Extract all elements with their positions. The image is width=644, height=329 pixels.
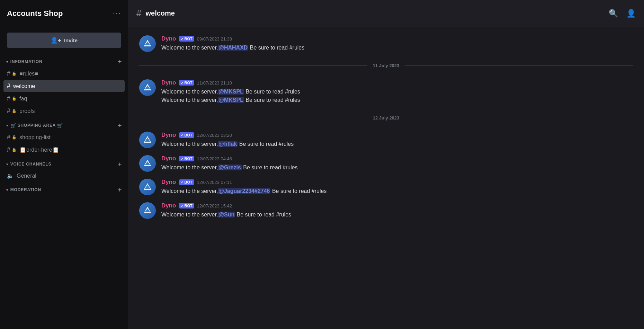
- hash-icon: #: [7, 146, 10, 153]
- channel-item-order-here[interactable]: # 🔒 📋order-here📋: [3, 144, 125, 156]
- check-icon: ✓: [181, 204, 184, 208]
- mention: @Jaguar2234#2746: [218, 188, 270, 194]
- add-channel-icon[interactable]: +: [118, 161, 122, 167]
- chevron-down-icon: ▾: [6, 162, 8, 166]
- check-icon: ✓: [181, 81, 184, 85]
- message-text: Welcome to the server,@Grezis Be sure to…: [161, 163, 633, 172]
- header-left: # welcome: [136, 8, 175, 19]
- current-channel-name: welcome: [145, 9, 175, 17]
- bot-badge: ✓ BOT: [179, 36, 194, 42]
- voice-section-label: VOICE CHANNELS: [10, 162, 52, 167]
- avatar: [139, 179, 156, 195]
- lock-icon: 🔒: [12, 109, 17, 113]
- divider-line: [405, 65, 633, 66]
- dyno-avatar-icon: [143, 135, 152, 145]
- channel-name-faq: faq: [19, 96, 27, 102]
- mention: @HAHAXD: [218, 45, 248, 51]
- dyno-avatar-icon: [143, 159, 152, 168]
- sidebar: Accounts Shop ··· 👤+ Invite ▾ INFORMATIO…: [0, 0, 128, 329]
- section-header-left: ▾ 🛒 SHOPPING AREA 🛒: [6, 123, 63, 128]
- add-channel-icon[interactable]: +: [118, 122, 122, 128]
- avatar: [139, 79, 156, 96]
- channel-item-rules[interactable]: # 🔒 ■rules■: [3, 68, 125, 80]
- divider-line: [139, 65, 367, 66]
- message-timestamp: 12/07/2023 15:42: [197, 203, 232, 208]
- divider-line: [405, 118, 633, 118]
- invite-label: Invite: [64, 37, 78, 43]
- moderation-section: ▾ MODERATION +: [0, 185, 128, 196]
- channel-item-faq[interactable]: # 🔒 faq: [3, 92, 125, 105]
- dyno-avatar-icon: [143, 206, 152, 215]
- channel-item-general-voice[interactable]: 🔈 General: [3, 170, 125, 181]
- shopping-emoji-2: 🛒: [57, 123, 63, 128]
- information-section-header[interactable]: ▾ INFORMATION +: [3, 56, 125, 67]
- avatar: [139, 35, 156, 52]
- message-timestamp: 12/07/2023 07:11: [197, 180, 232, 185]
- moderation-section-label: MODERATION: [10, 187, 41, 192]
- message-username: Dyno: [161, 132, 176, 139]
- mention: @MKSPL: [218, 97, 244, 103]
- channel-name-general: General: [17, 173, 36, 179]
- message-username: Dyno: [161, 79, 176, 86]
- message-group: Dyno ✓ BOT 12/07/2023 07:11 Welcome to t…: [128, 176, 644, 198]
- message-text: Welcome to the server,@Jaguar2234#2746 B…: [161, 187, 633, 195]
- lock-icon: 🔒: [12, 96, 17, 101]
- bot-badge: ✓ BOT: [179, 156, 194, 161]
- invite-button[interactable]: 👤+ Invite: [7, 33, 121, 48]
- message-group: Dyno ✓ BOT 09/07/2023 21:38 Welcome to t…: [128, 33, 644, 55]
- mention: @Grezis: [218, 164, 242, 170]
- channel-item-proofs[interactable]: # 🔒 proofs: [3, 105, 125, 117]
- message-username: Dyno: [161, 179, 176, 186]
- avatar: [139, 202, 156, 219]
- section-header-left: ▾ MODERATION: [6, 187, 41, 192]
- message-header: Dyno ✓ BOT 09/07/2023 21:38: [161, 35, 633, 42]
- more-options-button[interactable]: ···: [113, 9, 121, 18]
- add-channel-icon[interactable]: +: [118, 59, 122, 65]
- main-header: # welcome 🔍 👤: [128, 0, 644, 27]
- message-group: Dyno ✓ BOT 12/07/2023 03:20 Welcome to t…: [128, 129, 644, 151]
- profile-icon[interactable]: 👤: [626, 9, 636, 18]
- messages-area: Dyno ✓ BOT 09/07/2023 21:38 Welcome to t…: [128, 27, 644, 329]
- message-group: Dyno ✓ BOT 12/07/2023 04:46 Welcome to t…: [128, 152, 644, 175]
- lock-icon: 🔒: [12, 148, 17, 152]
- invite-icon: 👤+: [51, 37, 61, 44]
- message-header: Dyno ✓ BOT 11/07/2023 21:10: [161, 79, 633, 86]
- mention: @fiflak: [218, 141, 238, 147]
- message-text: Welcome to the server,@Sun Be sure to re…: [161, 211, 633, 219]
- hash-icon: #: [7, 107, 10, 115]
- message-text: Welcome to the server,@MKSPL Be sure to …: [161, 88, 633, 96]
- date-divider: 11 July 2023: [139, 63, 633, 68]
- add-channel-icon[interactable]: +: [118, 187, 122, 193]
- divider-line: [139, 118, 367, 118]
- channel-item-shopping-list[interactable]: # 🔒 shopping-list: [3, 131, 125, 143]
- check-icon: ✓: [181, 157, 184, 161]
- hash-icon: #: [7, 82, 10, 90]
- avatar: [139, 132, 156, 148]
- hash-icon: #: [7, 134, 10, 141]
- section-header-left: ▾ INFORMATION: [6, 59, 42, 64]
- shopping-emoji: 🛒: [10, 123, 16, 128]
- hash-icon: #: [7, 95, 10, 102]
- channel-name-order-here: 📋order-here📋: [19, 146, 59, 153]
- divider-text: 12 July 2023: [373, 115, 400, 121]
- message-header: Dyno ✓ BOT 12/07/2023 03:20: [161, 132, 633, 139]
- search-icon[interactable]: 🔍: [609, 9, 618, 18]
- bot-badge: ✓ BOT: [179, 203, 194, 208]
- voice-section-header[interactable]: ▾ VOICE CHANNELS +: [3, 159, 125, 169]
- message-timestamp: 12/07/2023 03:20: [197, 133, 232, 138]
- message-content: Dyno ✓ BOT 09/07/2023 21:38 Welcome to t…: [161, 35, 633, 52]
- avatar: [139, 155, 156, 172]
- server-title: Accounts Shop: [7, 9, 63, 18]
- message-content: Dyno ✓ BOT 12/07/2023 15:42 Welcome to t…: [161, 202, 633, 219]
- message-group: Dyno ✓ BOT 12/07/2023 15:42 Welcome to t…: [128, 199, 644, 222]
- shopping-section-header[interactable]: ▾ 🛒 SHOPPING AREA 🛒 +: [3, 120, 125, 131]
- shopping-section-label: SHOPPING AREA: [18, 123, 56, 128]
- information-section-label: INFORMATION: [10, 59, 43, 64]
- moderation-section-header[interactable]: ▾ MODERATION +: [3, 185, 125, 195]
- dyno-avatar-icon: [143, 182, 152, 192]
- channel-item-welcome[interactable]: # welcome: [3, 80, 125, 92]
- hash-icon: #: [7, 70, 10, 77]
- section-header-left: ▾ VOICE CHANNELS: [6, 162, 51, 167]
- bot-badge: ✓ BOT: [179, 80, 194, 86]
- message-content: Dyno ✓ BOT 12/07/2023 03:20 Welcome to t…: [161, 132, 633, 148]
